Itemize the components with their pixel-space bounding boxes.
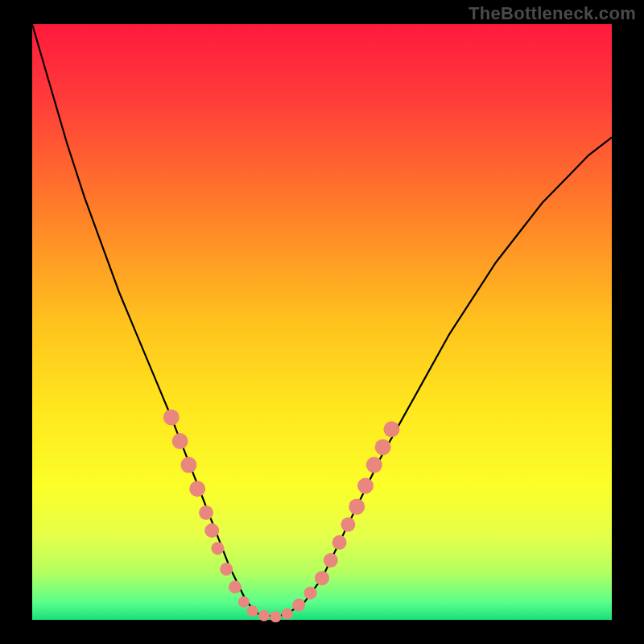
curve-marker (349, 498, 365, 514)
curve-marker (199, 506, 213, 520)
curve-marker (189, 481, 205, 497)
curve-marker (258, 610, 270, 621)
curve-marker (229, 580, 242, 593)
bottleneck-chart (0, 0, 644, 644)
curve-marker (247, 605, 258, 617)
curve-marker (366, 457, 382, 473)
curve-marker (163, 409, 180, 425)
curve-marker (315, 571, 329, 585)
curve-marker (332, 535, 347, 550)
curve-marker (341, 518, 355, 532)
curve-marker (375, 439, 391, 455)
curve-marker (282, 609, 293, 620)
curve-marker (292, 599, 305, 612)
curve-marker (180, 457, 196, 473)
curve-marker (220, 563, 233, 576)
curve-marker (383, 421, 399, 437)
curve-marker (304, 587, 317, 600)
curve-marker (172, 433, 188, 449)
curve-marker (324, 553, 338, 568)
curve-marker (204, 523, 219, 538)
curve-marker (238, 597, 250, 608)
chart-frame: { "watermark": "TheBottleneck.com", "cha… (0, 0, 644, 644)
plot-background (32, 24, 612, 620)
watermark-text: TheBottleneck.com (469, 3, 636, 24)
curve-marker (357, 478, 374, 494)
curve-marker (270, 611, 281, 622)
curve-marker (211, 542, 224, 555)
